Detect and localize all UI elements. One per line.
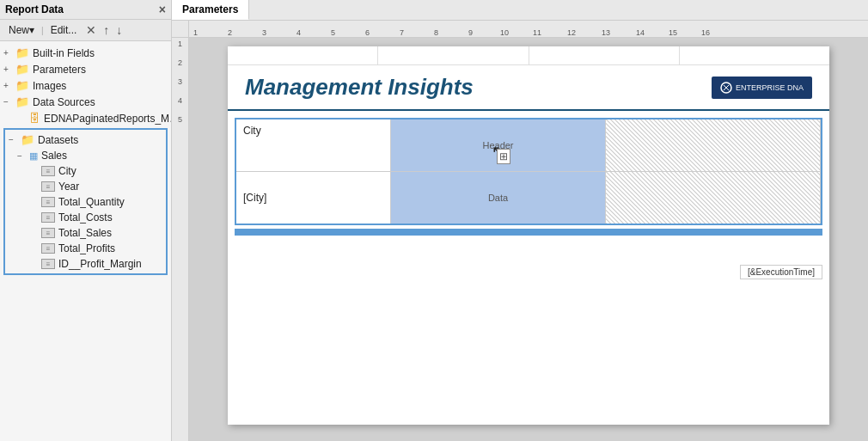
ruler-tick-5: 5: [331, 28, 335, 37]
ruler-tick-1: 1: [193, 28, 198, 37]
vertical-ruler: 1 2 3 4 5: [172, 38, 189, 441]
toolbar-separator: |: [41, 26, 44, 35]
tree-label: Built-in Fields: [33, 47, 95, 59]
tree-label: Total_Profits: [58, 242, 115, 254]
field-icon: ≡: [41, 212, 55, 223]
dataset-icon: ▦: [29, 150, 38, 162]
tree-item-total-sales[interactable]: ≡ Total_Sales: [5, 225, 166, 241]
ruler-corner: [172, 21, 189, 37]
report-logo: ENTERPRISE DNA: [712, 77, 812, 99]
field-icon: ≡: [41, 166, 55, 176]
field-icon: ≡: [41, 243, 55, 254]
logo-text: ENTERPRISE DNA: [736, 83, 804, 92]
tree-item-edna-source[interactable]: 🗄 EDNAPaginatedReports_M…: [0, 110, 171, 126]
close-button[interactable]: ×: [159, 3, 166, 16]
tree-item-total-profits[interactable]: ≡ Total_Profits: [5, 241, 166, 256]
datasets-group: − 📁 Datasets − ▦ Sales ≡ City: [3, 128, 168, 275]
tree-label: Images: [33, 80, 66, 92]
folder-icon: 📁: [15, 95, 29, 108]
ruler-tick-15: 15: [669, 28, 677, 37]
field-icon: ≡: [41, 228, 55, 238]
ruler-tick-8: 8: [434, 28, 438, 37]
left-panel: Report Data × New▾ | Edit... ✕ ↑ ↓ + 📁 B…: [0, 0, 172, 441]
ruler-tick-10: 10: [500, 28, 509, 37]
toolbar: New▾ | Edit... ✕ ↑ ↓: [0, 20, 171, 41]
param-cell-2: [378, 46, 529, 64]
tree-label: Total_Sales: [58, 227, 112, 239]
table-col2-header: Header ↖ ⊞: [391, 119, 606, 171]
expand-icon: +: [3, 48, 15, 58]
table-col2-data: Data: [391, 172, 606, 224]
move-up-icon[interactable]: ↑: [101, 21, 112, 39]
tree-label: Year: [58, 181, 79, 193]
tree-label: Datasets: [38, 134, 78, 146]
report-table[interactable]: City Header ↖ ⊞ [City]: [235, 118, 822, 225]
tree-item-datasets[interactable]: − 📁 Datasets: [5, 132, 166, 148]
param-cell-1: [228, 46, 378, 64]
ruler-tick-12: 12: [567, 28, 576, 37]
tree-item-id-profit-margin[interactable]: ≡ ID__Profit_Margin: [5, 256, 166, 272]
ruler-tick-13: 13: [602, 28, 610, 37]
report-page: Management Insights ENTERPRISE DNA: [228, 46, 829, 425]
ruler-tick-9: 9: [468, 28, 473, 37]
table-col3-header: [606, 119, 821, 171]
panel-title-bar: Report Data ×: [0, 0, 171, 20]
tree-label: Sales: [41, 150, 67, 162]
new-button[interactable]: New▾: [3, 22, 40, 38]
table-col1-data: [City]: [236, 172, 391, 224]
folder-icon: 📁: [15, 46, 29, 59]
table-header-row: City Header ↖ ⊞: [236, 119, 821, 172]
ruler-tick-4: 4: [296, 28, 301, 37]
tree-item-data-sources[interactable]: − 📁 Data Sources: [0, 94, 171, 110]
ruler-tick-6: 6: [365, 28, 370, 37]
table-col1-header: City: [236, 119, 391, 171]
tree-item-built-in-fields[interactable]: + 📁 Built-in Fields: [0, 45, 171, 61]
canvas-area: 1 2 3 4 5 Management In: [172, 38, 868, 441]
param-cell-3: [529, 46, 680, 64]
report-footer: [&ExecutionTime]: [228, 261, 829, 283]
ruler-tick-7: 7: [400, 28, 404, 37]
expand-icon: −: [9, 135, 21, 144]
tree-item-total-quantity[interactable]: ≡ Total_Quantity: [5, 194, 166, 210]
field-icon: ≡: [41, 259, 55, 269]
edit-button[interactable]: Edit...: [46, 22, 83, 38]
field-icon: ≡: [41, 197, 55, 207]
ruler-tick-14: 14: [636, 28, 645, 37]
tree-item-total-costs[interactable]: ≡ Total_Costs: [5, 210, 166, 225]
tree-item-images[interactable]: + 📁 Images: [0, 77, 171, 94]
folder-icon: 📁: [21, 133, 34, 146]
expand-icon: +: [3, 81, 15, 90]
table-data-row: [City] Data: [236, 172, 821, 224]
ruler-tick-11: 11: [533, 28, 541, 37]
ruler-tick-2: 2: [228, 28, 232, 37]
param-cell-4: [680, 46, 829, 64]
report-title: Management Insights: [245, 74, 474, 101]
right-content: Parameters 1 2 3 4 5 6 7 8 9 10 11 12 13…: [172, 0, 868, 441]
delete-icon[interactable]: ✕: [83, 21, 99, 39]
tree-label: ID__Profit_Margin: [58, 258, 142, 270]
expand-icon: +: [3, 64, 15, 74]
tab-parameters[interactable]: Parameters: [172, 0, 249, 20]
ruler-tick-3: 3: [262, 28, 266, 37]
cursor-tooltip: ⊞: [497, 149, 510, 164]
tree-label: Data Sources: [33, 96, 95, 108]
tree-label: City: [58, 165, 76, 177]
canvas-scroll[interactable]: Management Insights ENTERPRISE DNA: [189, 38, 868, 441]
table-col3-data: [606, 172, 821, 224]
tree-item-city[interactable]: ≡ City: [5, 163, 166, 179]
folder-icon: 📁: [15, 63, 29, 76]
tab-bar: Parameters: [172, 0, 868, 21]
ruler-marks: 1 2 3 4 5 6 7 8 9 10 11 12 13 14 15 16: [189, 21, 868, 37]
dna-logo-icon: [720, 82, 732, 94]
expand-icon: −: [17, 151, 29, 161]
move-down-icon[interactable]: ↓: [113, 21, 125, 39]
ruler-tick-16: 16: [701, 28, 710, 37]
panel-title: Report Data: [5, 3, 64, 15]
tree-item-sales[interactable]: − ▦ Sales: [5, 148, 166, 163]
horizontal-ruler: 1 2 3 4 5 6 7 8 9 10 11 12 13 14 15 16: [172, 21, 868, 38]
expand-icon: −: [3, 97, 15, 107]
tree-item-year[interactable]: ≡ Year: [5, 179, 166, 194]
tree-label: Parameters: [33, 64, 86, 76]
tree-item-parameters[interactable]: + 📁 Parameters: [0, 61, 171, 77]
tree-label: Total_Quantity: [58, 196, 125, 208]
